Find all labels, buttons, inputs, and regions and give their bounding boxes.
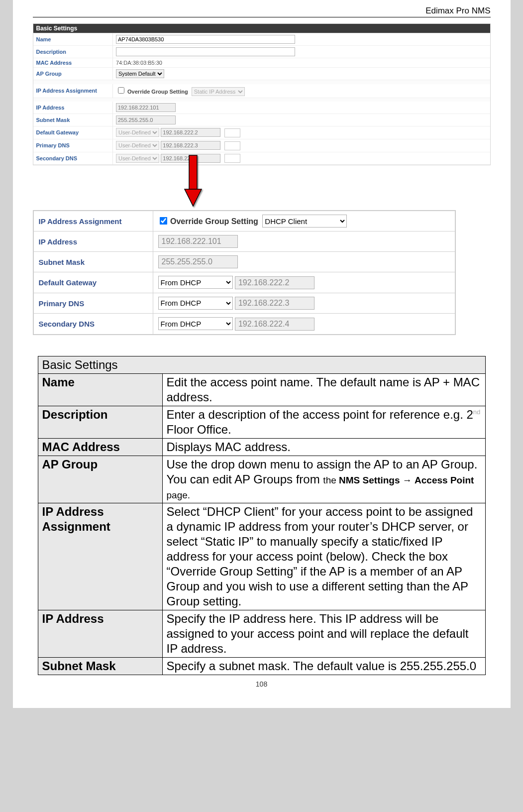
p1-sdns-extra xyxy=(224,154,240,163)
p1-pdns-label: Primary DNS xyxy=(33,139,113,152)
basic-settings-panel-2: IP Address Assignment Override Group Set… xyxy=(33,210,456,335)
svg-marker-1 xyxy=(185,189,202,206)
p1-apgroup-label: AP Group xyxy=(33,68,113,80)
p1-override-label: Override Group Setting xyxy=(127,89,188,95)
page-number: 108 xyxy=(33,680,491,688)
p2-pdns-label: Primary DNS xyxy=(33,293,153,314)
svg-rect-0 xyxy=(189,155,197,190)
doc-v-5: Specify the IP address here. This IP add… xyxy=(162,610,485,657)
p1-gateway-extra xyxy=(224,128,240,137)
p1-ip-label: IP Address xyxy=(33,102,113,114)
p2-gateway-mode[interactable]: From DHCP xyxy=(158,276,233,289)
p1-ipassign-label: IP Address Assignment xyxy=(33,84,113,98)
p2-ipassign-select[interactable]: DHCP Client xyxy=(262,215,347,228)
header-rule xyxy=(33,17,491,17)
doc-k-5: IP Address xyxy=(38,610,162,657)
page-header: Edimax Pro NMS xyxy=(33,0,491,17)
p2-subnet-input[interactable] xyxy=(158,255,238,268)
arrow-down-icon xyxy=(182,154,205,209)
basic-settings-panel-1: Basic Settings Name Description MAC Addr… xyxy=(33,23,491,165)
p2-sdns-input[interactable] xyxy=(235,318,314,331)
p2-ip-input[interactable] xyxy=(158,235,238,248)
p2-pdns-mode[interactable]: From DHCP xyxy=(158,297,233,310)
doc-v-2: Displays MAC address. xyxy=(162,438,485,456)
p1-name-label: Name xyxy=(33,33,113,46)
p1-gateway-label: Default Gateway xyxy=(33,126,113,139)
p1-desc-label: Description xyxy=(33,46,113,58)
doc-v-1: Enter a description of the access point … xyxy=(162,406,485,438)
p2-ip-label: IP Address xyxy=(33,232,153,252)
p1-mac-value: 74:DA:38:03:B5:30 xyxy=(113,58,490,68)
p1-subnet-input[interactable] xyxy=(116,116,176,124)
doc-k-0: Name xyxy=(38,373,162,406)
doc-k-6: Subnet Mask xyxy=(38,657,162,675)
p1-override-checkbox[interactable] xyxy=(118,87,124,94)
p2-gateway-input[interactable] xyxy=(235,276,314,289)
p2-subnet-label: Subnet Mask xyxy=(33,252,153,272)
p1-mac-label: MAC Address xyxy=(33,58,113,68)
doc-table: Basic Settings Name Edit the access poin… xyxy=(38,356,486,675)
doc-k-3: AP Group xyxy=(38,456,162,503)
p1-desc-input[interactable] xyxy=(116,47,295,56)
doc-v-4: Select “DHCP Client” for your access poi… xyxy=(162,503,485,610)
p1-pdns-input[interactable] xyxy=(161,141,220,150)
panel1-title: Basic Settings xyxy=(33,24,490,33)
p2-override-checkbox[interactable] xyxy=(159,217,167,225)
doc-k-1: Description xyxy=(38,406,162,438)
p2-override-label: Override Group Setting xyxy=(170,217,258,226)
p2-pdns-input[interactable] xyxy=(235,297,314,310)
p1-subnet-label: Subnet Mask xyxy=(33,114,113,126)
p2-gateway-label: Default Gateway xyxy=(33,272,153,293)
doc-title: Basic Settings xyxy=(38,356,485,373)
doc-k-2: MAC Address xyxy=(38,438,162,456)
doc-k-4: IP Address Assignment xyxy=(38,503,162,610)
p1-pdns-extra xyxy=(224,141,240,150)
p1-gateway-input[interactable] xyxy=(161,128,220,137)
p1-sdns-label: Secondary DNS xyxy=(33,152,113,165)
doc-v-3: Use the drop down menu to assign the AP … xyxy=(162,456,485,503)
p1-pdns-mode[interactable]: User-Defined xyxy=(116,141,159,150)
doc-v-0: Edit the access point name. The default … xyxy=(162,373,485,406)
p1-name-input[interactable] xyxy=(116,35,295,44)
p1-ip-input[interactable] xyxy=(116,103,176,112)
p1-gateway-mode[interactable]: User-Defined xyxy=(116,128,159,137)
p1-ipassign-select[interactable]: Static IP Address xyxy=(192,87,245,96)
p2-sdns-label: Secondary DNS xyxy=(33,314,153,335)
p1-sdns-mode[interactable]: User-Defined xyxy=(116,154,159,163)
doc-v-6: Specify a subnet mask. The default value… xyxy=(162,657,485,675)
p2-sdns-mode[interactable]: From DHCP xyxy=(158,317,233,330)
p1-apgroup-select[interactable]: System Default xyxy=(116,69,164,78)
p2-ipassign-label: IP Address Assignment xyxy=(33,211,153,232)
